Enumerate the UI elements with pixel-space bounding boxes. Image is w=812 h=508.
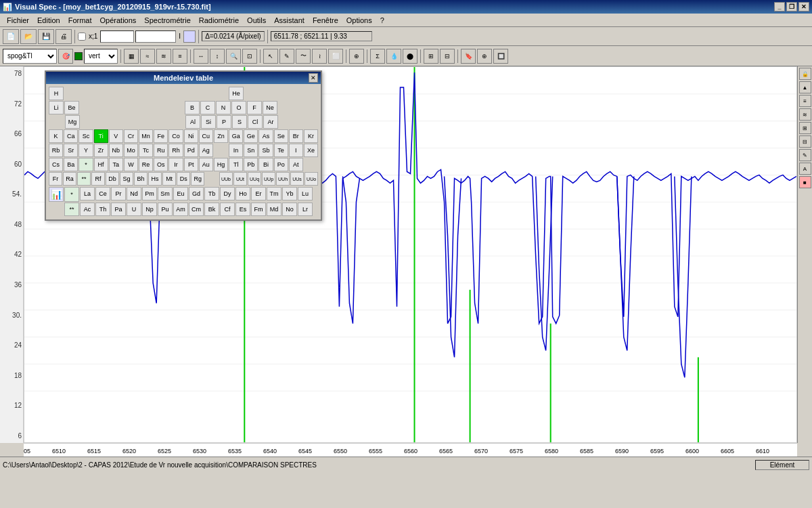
element-Rf[interactable]: Rf bbox=[91, 172, 105, 186]
element-Th[interactable]: Th bbox=[95, 203, 110, 216]
element-Bi[interactable]: Bi bbox=[258, 158, 273, 171]
element-Te[interactable]: Te bbox=[274, 144, 288, 157]
element-Cu[interactable]: Cu bbox=[199, 129, 213, 143]
element-U[interactable]: U bbox=[127, 203, 141, 216]
element-Es[interactable]: Es bbox=[235, 203, 250, 216]
element-Li[interactable]: Li bbox=[49, 101, 64, 114]
element-Ir[interactable]: Ir bbox=[168, 158, 183, 171]
fit-btn[interactable]: ⊡ bbox=[242, 49, 257, 64]
tool1-btn[interactable]: ▦ bbox=[124, 49, 139, 64]
wave2-btn[interactable]: ≀ bbox=[312, 49, 327, 64]
menu-format[interactable]: Format bbox=[64, 15, 96, 26]
element-C[interactable]: C bbox=[200, 101, 215, 114]
element-Sb[interactable]: Sb bbox=[258, 144, 273, 157]
element-Ac[interactable]: Ac bbox=[80, 203, 95, 216]
element-Ba[interactable]: Ba bbox=[64, 158, 78, 171]
element-W[interactable]: W bbox=[124, 158, 138, 171]
misc1-btn[interactable]: ⊕ bbox=[349, 49, 364, 64]
pen-btn[interactable]: ✎ bbox=[279, 49, 294, 64]
element-Nb[interactable]: Nb bbox=[109, 144, 123, 157]
element-UUb[interactable]: UUb bbox=[219, 172, 233, 186]
spectrum-selector[interactable]: spog&Tl bbox=[3, 49, 57, 64]
element-Eu[interactable]: Eu bbox=[173, 187, 188, 200]
element-O[interactable]: O bbox=[231, 101, 246, 114]
misc7-btn[interactable]: 🔖 bbox=[461, 49, 476, 64]
element-UUs[interactable]: UUs bbox=[290, 172, 304, 186]
open-button[interactable]: 📂 bbox=[20, 29, 37, 44]
xy-checkbox[interactable] bbox=[78, 33, 86, 41]
spectrum-icon-btn[interactable]: 📊 bbox=[49, 187, 64, 202]
element-Y[interactable]: Y bbox=[78, 144, 93, 157]
menu-assistant[interactable]: Assistant bbox=[270, 15, 309, 26]
element-Rb[interactable]: Rb bbox=[49, 144, 63, 157]
element-Ge[interactable]: Ge bbox=[244, 129, 258, 143]
cursor-btn[interactable]: ↖ bbox=[263, 49, 278, 64]
element-Sn[interactable]: Sn bbox=[244, 144, 258, 157]
rt-scroll-up-btn[interactable]: ▲ bbox=[799, 81, 811, 93]
search-btn[interactable]: 🔍 bbox=[226, 49, 241, 64]
menu-operations[interactable]: Opérations bbox=[96, 15, 141, 26]
rt-btn4[interactable]: ⊟ bbox=[799, 135, 811, 148]
element-K[interactable]: K bbox=[49, 129, 63, 143]
close-button[interactable]: ✕ bbox=[798, 2, 809, 12]
element-Cf[interactable]: Cf bbox=[220, 203, 235, 216]
misc5-btn[interactable]: ⊞ bbox=[424, 49, 438, 64]
element-Am[interactable]: Am bbox=[173, 203, 188, 216]
element-Hg[interactable]: Hg bbox=[214, 158, 228, 171]
y-coord-input[interactable]: 6612.44 bbox=[135, 30, 176, 43]
element-Np[interactable]: Np bbox=[142, 203, 157, 216]
menu-fenetre[interactable]: Fenêtre bbox=[309, 15, 342, 26]
element-Ne[interactable]: Ne bbox=[263, 101, 277, 114]
rt-btn2[interactable]: ≋ bbox=[799, 108, 811, 121]
element-Yb[interactable]: Yb bbox=[282, 187, 297, 200]
wave-btn[interactable]: 〜 bbox=[296, 49, 311, 64]
element-H[interactable]: H bbox=[49, 87, 64, 100]
menu-options[interactable]: Options bbox=[342, 15, 376, 26]
element-Tb[interactable]: Tb bbox=[204, 187, 219, 200]
print-button[interactable]: 🖨 bbox=[55, 29, 72, 44]
element-Cm[interactable]: Cm bbox=[189, 203, 204, 216]
element-Ni[interactable]: Ni bbox=[184, 129, 198, 143]
element-Md[interactable]: Md bbox=[267, 203, 281, 216]
element-Pb[interactable]: Pb bbox=[244, 158, 258, 171]
element-I[interactable]: I bbox=[289, 144, 303, 157]
element-Sm[interactable]: Sm bbox=[158, 187, 173, 200]
rt-btn1[interactable]: ≡ bbox=[799, 95, 811, 107]
element-UUh[interactable]: UUh bbox=[276, 172, 290, 186]
element-Mn[interactable]: Mn bbox=[139, 129, 153, 143]
element-At[interactable]: At bbox=[289, 158, 303, 171]
element-Hf[interactable]: Hf bbox=[94, 158, 108, 171]
misc2-btn[interactable]: Σ bbox=[370, 49, 385, 64]
element-Al[interactable]: Al bbox=[185, 115, 200, 129]
element-Os[interactable]: Os bbox=[154, 158, 168, 171]
element-Tm[interactable]: Tm bbox=[267, 187, 281, 200]
element-Pt[interactable]: Pt bbox=[184, 158, 198, 171]
element-Re[interactable]: Re bbox=[139, 158, 153, 171]
element-Po[interactable]: Po bbox=[274, 158, 288, 171]
element-Ar[interactable]: Ar bbox=[263, 115, 278, 129]
menu-fichier[interactable]: Fichier bbox=[3, 15, 33, 26]
x-coord-input[interactable]: 5285 bbox=[100, 30, 134, 43]
element-Tc[interactable]: Tc bbox=[139, 144, 153, 157]
element-Cr[interactable]: Cr bbox=[124, 129, 138, 143]
rt-text-btn[interactable]: A bbox=[799, 163, 811, 175]
target-icon-btn[interactable]: 🎯 bbox=[58, 49, 73, 64]
element-UUt[interactable]: UUt bbox=[233, 172, 247, 186]
element-Ce[interactable]: Ce bbox=[95, 187, 110, 200]
element-Ag[interactable]: Ag bbox=[199, 144, 213, 157]
element-Fe[interactable]: Fe bbox=[154, 129, 168, 143]
element-Si[interactable]: Si bbox=[201, 115, 216, 129]
misc4-btn[interactable]: ⬤ bbox=[403, 49, 418, 64]
menu-radiometrie[interactable]: Radiométrie bbox=[195, 15, 243, 26]
element-Be[interactable]: Be bbox=[64, 101, 79, 114]
element-Se[interactable]: Se bbox=[274, 129, 288, 143]
element-Pu[interactable]: Pu bbox=[158, 203, 173, 216]
element-Er[interactable]: Er bbox=[251, 187, 266, 200]
rt-btn3[interactable]: ⊞ bbox=[799, 122, 811, 134]
element-B[interactable]: B bbox=[185, 101, 200, 114]
element-He[interactable]: He bbox=[229, 87, 244, 100]
element-Sr[interactable]: Sr bbox=[64, 144, 78, 157]
element-Zn[interactable]: Zn bbox=[214, 129, 228, 143]
color-picker-btn[interactable] bbox=[183, 30, 196, 43]
element-Sg[interactable]: Sg bbox=[120, 172, 133, 186]
